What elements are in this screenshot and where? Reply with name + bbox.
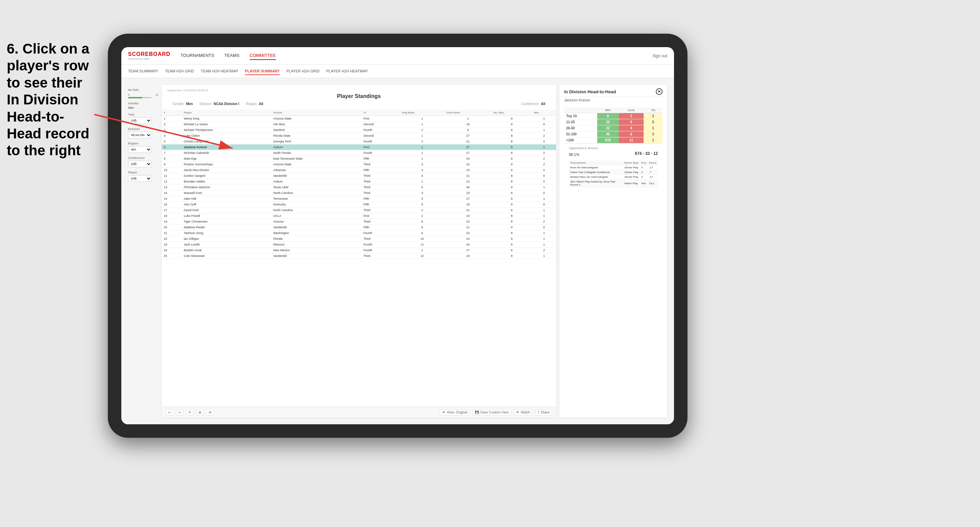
division-select[interactable]: NCAA Division I	[128, 132, 152, 138]
cell-reg: 3	[400, 190, 444, 196]
cell-conf: 23	[444, 230, 492, 236]
nav-teams[interactable]: TEAMS	[224, 52, 240, 60]
tablet-screen: SCOREBOARD Powered by clippi TOURNAMENTS…	[121, 47, 674, 424]
cell-reg: 2	[400, 208, 444, 213]
copy-button[interactable]: ⊞	[196, 409, 204, 416]
cell-player: Bastien Amat	[181, 248, 271, 253]
cell-yr: Third	[361, 179, 400, 184]
table-row[interactable]: 7 Nicholas Gabrelcik North Florida Fourt…	[162, 150, 556, 156]
table-row[interactable]: 9 Preston Summerhays Arizona State Third…	[162, 162, 556, 167]
table-row[interactable]: 8 Mats Ege East Tennessee State Fifth 1 …	[162, 156, 556, 162]
cell-rds: 8	[492, 225, 532, 230]
panel-conference: Conference: All	[521, 102, 545, 106]
table-row[interactable]: 5 Christo Lamprecht Georgia Tech Fourth …	[162, 139, 556, 144]
table-row[interactable]: 16 Alex Goff Kentucky Fifth 8 19 8 0	[162, 202, 556, 208]
cell-rds: 8	[492, 167, 532, 173]
table-row[interactable]: 15 Jake Hall Tennessee Fifth 5 27 8 1	[162, 196, 556, 202]
cell-conf: 27	[444, 150, 492, 156]
h2h-loss: 3	[619, 113, 644, 119]
table-row[interactable]: 11 Gordon Sargent Vanderbilt Third 4 21 …	[162, 173, 556, 179]
cell-player: Phichaksn Maichon	[181, 184, 271, 190]
tournament-body: Amer Ari Intercollegiate Stroke Play 4 -…	[569, 165, 658, 187]
table-row[interactable]: 2 Michael La Sasse Ole Miss Second 1 19 …	[162, 122, 556, 127]
cell-school: Vanderbilt	[271, 173, 361, 179]
cell-reg: 4	[400, 167, 444, 173]
cell-player: Luke Powell	[181, 213, 271, 219]
nav-committee[interactable]: COMMITTEE	[250, 52, 276, 60]
cell-reg: 4	[400, 173, 444, 179]
table-row[interactable]: 13 Phichaksn Maichon Texas A&M Third 6 3…	[162, 184, 556, 190]
data-table: # Player School Yr Reg Rank Conf Rank No…	[162, 110, 556, 407]
panel-conference-value: All	[541, 102, 545, 106]
table-row[interactable]: 24 Bastien Amat New Mexico Fourth 1 27 8…	[162, 248, 556, 253]
cell-yr: Third	[361, 190, 400, 196]
cell-school: Auburn	[271, 144, 361, 150]
header-row: # Player School Yr Reg Rank Conf Rank No…	[162, 110, 556, 116]
undo-button[interactable]: ↩	[166, 409, 173, 416]
table-row[interactable]: 6 Jackson Koivun Auburn First 1 27 8 1	[162, 144, 556, 150]
players-table: # Player School Yr Reg Rank Conf Rank No…	[162, 110, 556, 259]
table-row[interactable]: 25 Cole Sherwood Vanderbilt Third 12 23 …	[162, 253, 556, 259]
table-row[interactable]: 23 Jack Lundin Missouri Fourth 11 24 8 1	[162, 242, 556, 248]
table-row[interactable]: 4 Luke Claton Florida State Second 1 27 …	[162, 133, 556, 139]
table-row[interactable]: 17 David Ford North Carolina Third 2 21 …	[162, 208, 556, 213]
cell-school: Arizona	[271, 219, 361, 225]
table-row[interactable]: 20 Matthew Riedel Vanderbilt Fifth 8 21 …	[162, 225, 556, 230]
tab-player-h2h-grid[interactable]: PLAYER H2H GRID	[286, 68, 320, 75]
share-button[interactable]: ⤴ Share	[535, 409, 552, 416]
cell-yr: Fifth	[361, 167, 400, 173]
table-row[interactable]: 19 Tiger Christensen Arizona Third 8 23 …	[162, 219, 556, 225]
cell-school: Tennessee	[271, 196, 361, 202]
cell-yr: Third	[361, 219, 400, 225]
h2h-tie: 1	[644, 125, 663, 131]
cell-win: 2	[532, 248, 556, 253]
year-select[interactable]: (All)	[128, 117, 152, 124]
redo-button[interactable]: ↪	[176, 409, 183, 416]
region-select[interactable]: N/A	[128, 146, 152, 153]
tab-team-h2h-grid[interactable]: TEAM H2H GRID	[165, 68, 194, 75]
tab-team-h2h-heatmap[interactable]: TEAM H2H HEATMAP	[201, 68, 238, 75]
cell-reg: 10	[400, 236, 444, 242]
cell-reg: 1	[400, 248, 444, 253]
panel-title: Player Standings	[167, 93, 550, 99]
logo-scoreboard: SCOREBOARD	[128, 51, 170, 57]
slider-min: 6	[128, 93, 129, 96]
tab-player-summary[interactable]: PLAYER SUMMARY	[245, 68, 280, 75]
tab-player-h2h-heatmap[interactable]: PLAYER H2H HEATMAP	[326, 68, 368, 75]
player-select[interactable]: (All)	[128, 175, 152, 182]
table-row[interactable]: 18 Luke Powell UCLA First 2 24 8 1	[162, 213, 556, 219]
h2h-close-button[interactable]: ✕	[656, 88, 663, 95]
sign-out-button[interactable]: Sign out	[652, 54, 667, 58]
cell-conf: 30	[444, 184, 492, 190]
view-original-button[interactable]: 👁 View: Original	[440, 409, 470, 416]
tournament-table: Tournament Event Type Pos Score Amer Ari…	[569, 160, 658, 187]
table-row[interactable]: 1 Wenyi Ding Arizona State First 1 1 8 1	[162, 116, 556, 122]
cell-yr: Fourth	[361, 150, 400, 156]
no-rds-label: No Rds.	[128, 88, 158, 92]
no-rds-slider[interactable]: 6 12	[128, 93, 158, 98]
settings-button[interactable]: ⚙	[206, 409, 214, 416]
table-row[interactable]: 12 Brendan Valdes Auburn Third 1 13 8 0	[162, 179, 556, 184]
watch-icon: 👁	[516, 411, 519, 414]
table-row[interactable]: 21 Taehoon Song Washington Fourth 6 23 8…	[162, 230, 556, 236]
table-row[interactable]: 14 Maxwell Ford North Carolina Third 3 2…	[162, 190, 556, 196]
tab-team-summary[interactable]: TEAM SUMMARY	[128, 68, 158, 75]
cell-rds: 8	[492, 208, 532, 213]
cell-school: Washington	[271, 230, 361, 236]
cell-conf: 21	[444, 225, 492, 230]
h2h-rank: >100	[564, 137, 597, 143]
save-custom-button[interactable]: 💾 Save Custom View	[473, 409, 511, 416]
conference-select[interactable]: (All)	[128, 160, 152, 167]
view-icon: 👁	[442, 411, 445, 414]
nav-tournaments[interactable]: TOURNAMENTS	[181, 52, 214, 60]
watch-button[interactable]: 👁 Watch	[514, 409, 533, 416]
cell-yr: First	[361, 213, 400, 219]
cell-conf: 24	[444, 236, 492, 242]
cell-conf: 21	[444, 139, 492, 144]
table-row[interactable]: 10 Jacob Mou-Dineen Arkansas Fifth 4 23 …	[162, 167, 556, 173]
refresh-button[interactable]: ⟳	[186, 409, 193, 416]
h2h-tie: 2	[644, 113, 663, 119]
table-row[interactable]: 3 Michael Thorbjornsen Stanford Fourth 2…	[162, 127, 556, 133]
cell-yr: Fourth	[361, 242, 400, 248]
table-row[interactable]: 22 Ian Gilligan Florida Third 10 24 8 1	[162, 236, 556, 242]
